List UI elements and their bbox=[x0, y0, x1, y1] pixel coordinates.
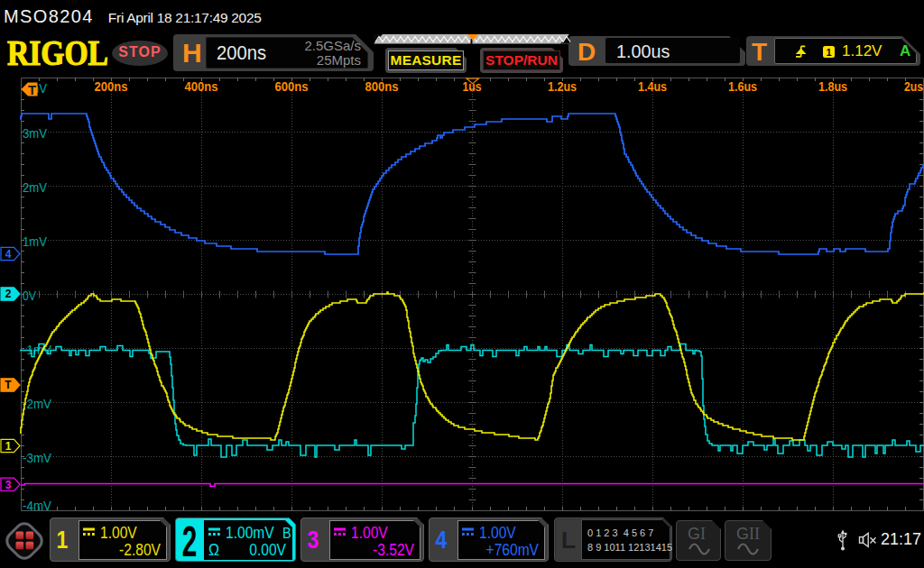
svg-text:1.2us: 1.2us bbox=[548, 79, 577, 94]
svg-text:1.4us: 1.4us bbox=[638, 79, 667, 94]
svg-text:1.8us: 1.8us bbox=[818, 79, 847, 94]
svg-text:200ns: 200ns bbox=[95, 79, 128, 94]
svg-text:600ns: 600ns bbox=[275, 79, 309, 94]
svg-text:1.6us: 1.6us bbox=[728, 79, 757, 94]
svg-text:800ns: 800ns bbox=[365, 79, 399, 94]
svg-text:400ns: 400ns bbox=[185, 79, 218, 94]
svg-text:2us: 2us bbox=[904, 79, 923, 94]
